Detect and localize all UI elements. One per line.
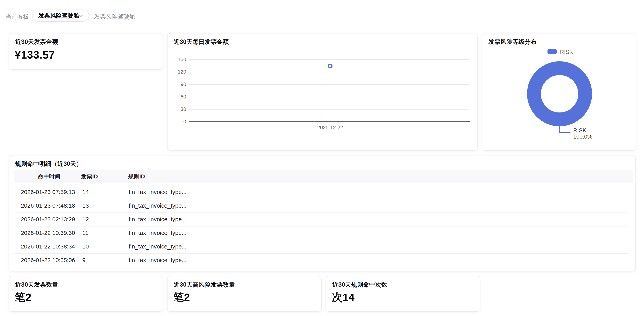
- current-dashboard-label: 当前看板: [6, 13, 29, 21]
- cell-rule-id: fin_tax_invoice_type...: [129, 267, 186, 272]
- label-connector-line: [559, 132, 570, 133]
- cell-rule-id: fin_tax_invoice_type...: [129, 199, 186, 212]
- dashboard-select[interactable]: 发票风险驾驶舱: [32, 10, 89, 22]
- table-title: 规则命中明细（近30天）: [15, 160, 82, 168]
- kpi-card-high-risk-invoice-count: 近30天高风险发票数量 笔2: [167, 276, 322, 312]
- cell-hit-time: 2026-01-23 07:59:13: [21, 186, 75, 198]
- table-row: 2026-01-22 10:35:06 9 fin_tax_invoice_ty…: [14, 253, 628, 267]
- risk-chart-title: 发票风险等级分布: [488, 38, 536, 46]
- kpi-card-rule-hit-count: 近30天规则命中次数 次14: [326, 276, 480, 312]
- slice-label-percent: 100.0%: [573, 134, 592, 140]
- cell-invoice-id: 8: [82, 267, 86, 272]
- column-header-hit-time: 命中时间: [38, 170, 60, 183]
- table-row: 2026-01-22 10:39:30 11 fin_tax_invoice_t…: [14, 226, 628, 240]
- cell-invoice-id: 13: [82, 199, 89, 212]
- label-connector-line: [559, 126, 560, 133]
- rule-hit-table-card: 规则命中明细（近30天） 命中时间 发票ID 规则ID 2026-01-23 0…: [8, 155, 636, 272]
- cell-hit-time: 2026-01-22 10:38:34: [21, 240, 75, 253]
- slice-label-name: RISK: [573, 127, 586, 134]
- kpi-card-invoice-count: 近30天发票数量 笔2: [8, 276, 163, 312]
- cell-rule-id: fin_tax_invoice_type...: [129, 226, 186, 239]
- gridline: [189, 109, 469, 110]
- table-row: 2026-01-23 07:59:13 14 fin_tax_invoice_t…: [14, 186, 628, 199]
- table-row: 2026-01-23 07:48:18 13 fin_tax_invoice_t…: [14, 199, 628, 212]
- daily-amount-chart-card: 近30天每日发票金额 150 120 90 60 30 0 2025-12-22: [167, 33, 478, 150]
- gridline: [189, 72, 469, 72]
- dashboard-select-value: 发票风险驾驶舱: [38, 10, 79, 21]
- y-tick-label: 150: [168, 56, 186, 62]
- stat-value: 笔2: [15, 290, 32, 304]
- stat-title: 近30天规则命中次数: [332, 280, 387, 289]
- x-axis-line: [189, 122, 470, 122]
- cell-invoice-id: 9: [82, 254, 86, 266]
- chevron-down-icon: [78, 13, 84, 19]
- x-tick-label: 2025-12-22: [301, 124, 359, 130]
- stat-title: 近30天发票数量: [15, 280, 58, 289]
- table-body: 2026-01-23 07:59:13 14 fin_tax_invoice_t…: [14, 186, 628, 272]
- table-header-row: 命中时间 发票ID 规则ID: [14, 170, 633, 183]
- kpi-amount-value: ¥133.57: [15, 49, 55, 61]
- cell-hit-time: 2026-01-22 10:39:30: [21, 226, 75, 239]
- cell-rule-id: fin_tax_invoice_type...: [129, 213, 186, 226]
- cell-invoice-id: 14: [82, 186, 89, 198]
- dashboard-title: 发票风险驾驶舱: [94, 13, 135, 21]
- cell-invoice-id: 12: [82, 213, 89, 226]
- table-row: 2026-01-23 02:13:29 12 fin_tax_invoice_t…: [14, 212, 628, 226]
- legend-swatch: [548, 49, 557, 54]
- cell-hit-time: 2026-01-23 02:13:29: [21, 213, 75, 226]
- cell-invoice-id: 10: [82, 240, 89, 253]
- cell-rule-id: fin_tax_invoice_type...: [129, 186, 186, 198]
- cell-invoice-id: 11: [82, 226, 88, 239]
- donut-hole: [541, 75, 578, 112]
- cell-hit-time: 2026-01-22 10:35:06: [21, 254, 75, 266]
- invoice-risk-dashboard: 当前看板 发票风险驾驶舱 发票风险驾驶舱 近30天发票金额 ¥133.57 近3…: [0, 0, 644, 316]
- y-tick-label: 0: [168, 119, 186, 125]
- gridline: [189, 97, 469, 97]
- legend-label: RISK: [560, 49, 573, 55]
- table-row: 2026-01-22 10:38:34 10 fin_tax_invoice_t…: [14, 240, 628, 253]
- column-header-rule-id: 规则ID: [128, 170, 145, 183]
- cell-hit-time: 2026-01-23 07:48:18: [21, 199, 75, 212]
- gridline: [189, 84, 469, 85]
- y-tick-label: 30: [168, 106, 186, 112]
- kpi-card-invoice-amount: 近30天发票金额 ¥133.57: [8, 33, 163, 70]
- scatter-plot[interactable]: 150 120 90 60 30 0 2025-12-22: [168, 34, 477, 150]
- cell-hit-time: 2026-01-22 08:17:38: [21, 267, 75, 272]
- column-header-invoice-id: 发票ID: [81, 170, 98, 183]
- cell-rule-id: fin_tax_invoice_type...: [129, 254, 186, 266]
- scatter-data-point[interactable]: [328, 64, 332, 68]
- stat-title: 近30天高风险发票数量: [174, 280, 235, 289]
- y-tick-label: 120: [168, 69, 186, 75]
- cell-rule-id: fin_tax_invoice_type...: [129, 240, 186, 253]
- risk-distribution-card: 发票风险等级分布 RISK RISK 100.0%: [482, 33, 636, 150]
- y-tick-label: 90: [168, 81, 186, 87]
- table-row: 2026-01-22 08:17:38 8 fin_tax_invoice_ty…: [14, 267, 628, 272]
- stat-value: 次14: [332, 290, 355, 304]
- gridline: [189, 59, 469, 60]
- stat-value: 笔2: [173, 290, 190, 304]
- kpi-card-title: 近30天发票金额: [15, 38, 58, 46]
- y-tick-label: 60: [168, 94, 186, 100]
